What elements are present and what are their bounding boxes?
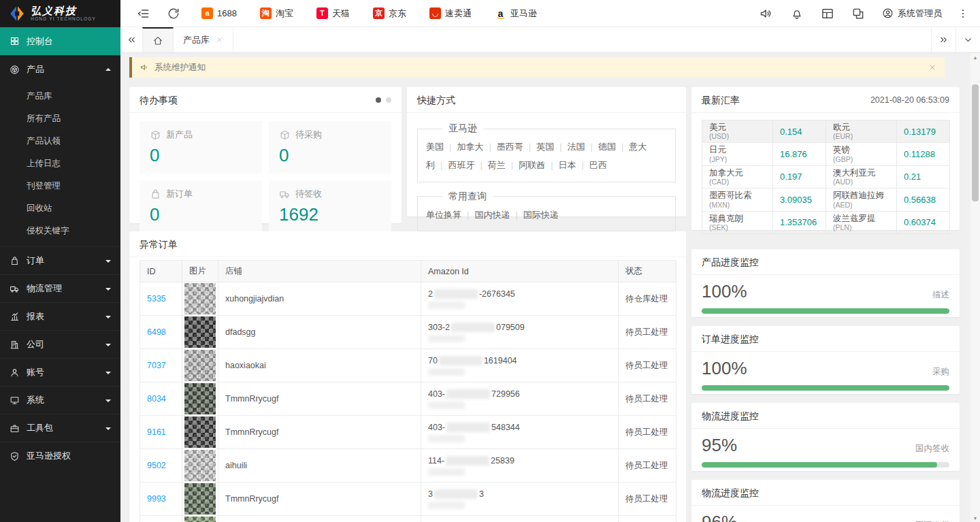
tabs-scroll-left[interactable] (120, 27, 142, 52)
order-id-link[interactable]: 7037 (147, 361, 166, 370)
progress-bar (702, 308, 949, 314)
rates-row: 日元(JPY)16.876英镑(GBP)0.11288 (702, 143, 950, 165)
order-id-link[interactable]: 9161 (147, 427, 166, 437)
rates-row: 美元(USD)0.154欧元(EUR)0.13179 (702, 120, 950, 143)
brand-link-taobao[interactable]: 淘淘宝 (260, 7, 293, 20)
brand-link-1688[interactable]: a1688 (201, 7, 237, 19)
sidebar-item-company[interactable]: 公司 (0, 330, 120, 358)
brand-link-amazon[interactable]: a亚马逊 (495, 7, 537, 20)
layout-icon[interactable] (821, 7, 834, 20)
tab-home[interactable] (142, 27, 174, 52)
scrollbar-thumb[interactable] (972, 84, 979, 201)
shortcut-link[interactable]: 法国 (568, 142, 585, 152)
sidebar-item-console[interactable]: 控制台 (0, 27, 120, 55)
theme-icon[interactable] (851, 7, 865, 20)
progress-fill (702, 385, 949, 391)
monitor-percent: 100% (702, 281, 747, 302)
vertical-scrollbar[interactable]: ▲ ▼ (970, 53, 980, 522)
shortcut-link[interactable]: 日本 (559, 160, 576, 170)
carousel-dot-2[interactable] (386, 97, 391, 103)
todo-tile-label: 待采购 (295, 129, 322, 141)
shortcut-link[interactable]: 单位换算 (426, 210, 461, 220)
sidebar-subitem[interactable]: 刊登管理 (0, 175, 120, 197)
table-row: 9161TmmnRrycugf403-548344待员工处理 (140, 416, 676, 449)
sidebar-subitem[interactable]: 回收站 (0, 197, 120, 220)
sidebar-item-label: 亚马逊授权 (27, 450, 71, 462)
todo-tile[interactable]: 新订单0 (140, 180, 262, 233)
sidebar-item-order[interactable]: 订单 (0, 246, 120, 274)
order-id-link[interactable]: 9502 (147, 461, 166, 470)
shortcut-link[interactable]: 英国 (536, 142, 554, 152)
notice-close-icon[interactable] (928, 63, 936, 71)
todo-tile[interactable]: 待采购0 (269, 121, 391, 174)
sidebar-subitem[interactable]: 侵权关键字 (0, 220, 120, 242)
order-id-link[interactable]: 5335 (147, 294, 166, 304)
shortcut-link[interactable]: 德国 (598, 142, 616, 152)
volume-icon[interactable] (760, 7, 773, 20)
sidebar-subitem[interactable]: 上传日志 (0, 152, 120, 175)
refresh-icon[interactable] (167, 7, 180, 20)
user-menu[interactable]: 系统管理员 (882, 7, 942, 20)
order-status-cell: 待员工处理 (619, 349, 676, 382)
brand-link-label: 天猫 (332, 7, 350, 20)
tab-close-icon[interactable] (216, 36, 223, 44)
scroll-down-icon[interactable]: ▼ (970, 514, 980, 522)
amazon-id-line: 114-25839 (428, 456, 611, 466)
shortcut-link[interactable]: 墨西哥 (497, 142, 523, 152)
monitor-percent: 96% (702, 512, 737, 522)
orders-column-header: ID (140, 261, 182, 282)
order-id-link[interactable]: 9993 (147, 494, 166, 504)
sidebar-item-report[interactable]: 报表 (0, 302, 120, 330)
sidebar-item-account[interactable]: 账号 (0, 358, 120, 386)
brand-link-aliexpress[interactable]: ◡速卖通 (429, 7, 472, 20)
shortcut-link[interactable]: 西班牙 (448, 160, 474, 170)
sidebar-subitem[interactable]: 所有产品 (0, 108, 120, 130)
sidebar-item-label: 报表 (27, 310, 44, 323)
order-image-cell (182, 516, 218, 522)
shortcut-link[interactable]: 阿联酋 (519, 160, 545, 170)
sidebar-subitem[interactable]: 产品认领 (0, 130, 120, 152)
collapse-sidebar-icon[interactable] (137, 7, 150, 20)
order-id-link[interactable]: 6498 (147, 327, 166, 337)
brand-link-jd[interactable]: 京京东 (373, 7, 406, 20)
todo-tile[interactable]: 待签收1692 (269, 180, 391, 233)
order-shop-cell (218, 516, 421, 522)
rate-currency: 欧元(EUR) (826, 120, 897, 143)
carousel-dot-1[interactable] (376, 97, 381, 103)
table-row: 9502aihuili114-25839待员工处理 (140, 449, 676, 483)
order-icon (10, 256, 20, 266)
sidebar-item-toolkit[interactable]: 工具包 (0, 414, 120, 442)
shortcut-link[interactable]: 美国 (426, 142, 444, 152)
brand-link-tmall[interactable]: T天猫 (316, 7, 350, 20)
order-amazon-id-cell: 114-25839 (421, 449, 619, 483)
monitor-row: 100%描述 (702, 281, 949, 302)
sidebar-item-amazon-auth[interactable]: 亚马逊授权 (0, 442, 120, 470)
sidebar-subitem[interactable]: 产品库 (0, 85, 120, 108)
shortcut-link[interactable]: 巴西 (589, 160, 607, 170)
shortcut-link[interactable]: 加拿大 (457, 142, 483, 152)
product-image (184, 517, 216, 522)
tab-product-library[interactable]: 产品库 (174, 27, 233, 52)
product-image (184, 450, 216, 481)
sidebar-item-system[interactable]: 系统 (0, 386, 120, 414)
rate-value: 16.876 (773, 143, 826, 165)
todo-card: 待办事项 新产品0待采购0新订单0待签收1692 (129, 87, 402, 223)
todo-tile[interactable]: 新产品0 (140, 121, 262, 174)
sidebar-item-logistics[interactable]: 物流管理 (0, 274, 120, 302)
product-image (184, 383, 216, 414)
monitor-body: 100%描述 (691, 275, 960, 314)
shortcut-link[interactable]: 国内快递 (474, 210, 510, 220)
scroll-up-icon[interactable]: ▲ (970, 53, 980, 61)
brand-link-label: 1688 (217, 8, 237, 18)
order-id-link[interactable]: 8034 (147, 394, 166, 404)
tabs-scroll-right[interactable] (931, 27, 956, 52)
progress-bar (702, 462, 949, 468)
shortcut-link[interactable]: 荷兰 (488, 160, 506, 170)
sidebar-item-product[interactable]: 产品 (0, 55, 120, 83)
shortcuts-card: 快捷方式 亚马逊美国|加拿大|墨西哥|英国|法国|德国|意大利|西班牙|荷兰|阿… (407, 87, 686, 216)
more-icon[interactable] (957, 7, 969, 20)
order-status-cell: 待员工处理 (619, 416, 676, 449)
tabs-menu[interactable] (956, 27, 980, 52)
bell-icon[interactable] (790, 7, 804, 20)
shortcut-link[interactable]: 国际快递 (523, 210, 559, 220)
